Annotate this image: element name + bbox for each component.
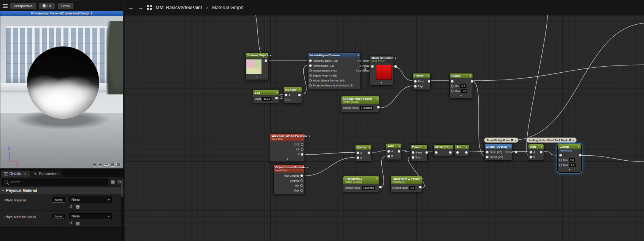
pin-dot[interactable]	[579, 154, 582, 156]
node-break-straight-line[interactable]: BreakStraightLine▾	[484, 137, 519, 143]
collapse-icon[interactable]: ▾	[398, 145, 400, 148]
input-pin[interactable]	[455, 150, 461, 155]
output-pin[interactable]	[262, 58, 268, 63]
output-pin[interactable]: Extents	[289, 178, 304, 183]
pin-value-box[interactable]: 0.0	[569, 158, 575, 162]
node-header[interactable]: Multiply▾	[284, 87, 302, 92]
node-blend-overlay[interactable]: Blend_Overlay▾Base (V3)Blend (V3)Result	[484, 144, 512, 161]
output-pin[interactable]: Max	[293, 188, 304, 193]
input-pin[interactable]: Base	[413, 79, 425, 84]
collapse-icon[interactable]: ▾	[466, 146, 467, 149]
pin-dot[interactable]	[285, 94, 287, 96]
pin-dot[interactable]	[471, 80, 473, 83]
node-header[interactable]: Mask Selection▾Mask Param	[370, 56, 393, 63]
value-box[interactable]: 4.388566	[360, 106, 373, 110]
close-icon[interactable]: ×	[24, 172, 27, 176]
expand-icon[interactable]: ▾	[270, 158, 305, 161]
pin-dot[interactable]	[451, 90, 454, 93]
input-pin[interactable]: Exp	[413, 84, 425, 89]
collapse-icon[interactable]: ▾	[541, 145, 542, 148]
perspective-button[interactable]: Perspective	[10, 3, 36, 9]
node-transform-z-power[interactable]: Transform Z Power▾Param (1.2)Default Val…	[390, 176, 422, 192]
use-selected-asset-icon[interactable]: ↺	[69, 221, 73, 226]
graph-canvas[interactable]: Texture Object▾▾WorldAlignedTexture▾Text…	[124, 15, 644, 241]
input-pin[interactable]: Export Float 4 (SB)	[308, 73, 354, 78]
output-pin[interactable]	[417, 185, 423, 190]
output-pin[interactable]	[377, 185, 383, 190]
output-pin[interactable]: Z	[297, 152, 305, 157]
node-const-512[interactable]: 512▾Value512.0	[253, 90, 279, 103]
lit-button[interactable]: Lit	[39, 3, 55, 9]
node-object-local-bounds[interactable]: Object Local Bounds▾Input DataHalf Exten…	[273, 164, 305, 194]
output-pin[interactable]	[447, 150, 453, 155]
pin-dot[interactable]	[465, 151, 468, 154]
pin-dot[interactable]	[379, 186, 382, 188]
pin-dot[interactable]	[301, 153, 303, 156]
pin-dot[interactable]	[425, 151, 428, 154]
node-texture-object[interactable]: Texture Object▾▾	[245, 53, 269, 80]
node-header[interactable]: Texture Object▾	[246, 53, 268, 57]
collapse-icon[interactable]: ▾	[368, 146, 370, 149]
expand-icon[interactable]: ▾	[450, 94, 473, 98]
pin-dot[interactable]	[309, 69, 312, 72]
browse-asset-icon[interactable]: ▤	[76, 204, 79, 209]
pin-dot[interactable]	[414, 80, 417, 83]
forward-icon[interactable]: →	[138, 4, 143, 11]
pin-dot[interactable]	[428, 80, 430, 83]
input-pin[interactable]: World Space Normal (V3)	[308, 78, 354, 83]
pin-dot[interactable]	[394, 65, 397, 68]
collapse-icon[interactable]: ▾	[509, 145, 511, 148]
pin-dot[interactable]	[456, 151, 459, 154]
pin-dot[interactable]	[300, 184, 303, 187]
input-pin[interactable]: B	[386, 154, 394, 159]
output-pin[interactable]: Half Extents	[283, 173, 304, 178]
pin-dot[interactable]	[298, 94, 301, 96]
collapse-icon[interactable]: ▾	[276, 91, 278, 94]
node-header[interactable]: Blend_Overlay▾	[485, 144, 512, 149]
input-pin[interactable]: Base (V3)	[485, 150, 504, 155]
output-pin[interactable]	[463, 150, 469, 155]
plane-preview-icon[interactable]	[104, 164, 109, 166]
search-input[interactable]	[10, 180, 106, 184]
node-world-aligned-texture[interactable]: WorldAlignedTexture▾TextureObject (T2d)T…	[308, 53, 361, 89]
input-pin[interactable]: Exp	[411, 155, 423, 160]
pin-dot[interactable]	[486, 156, 489, 158]
value-box[interactable]: 1.2	[409, 186, 416, 190]
expand-icon[interactable]: ▾	[558, 168, 581, 172]
show-button[interactable]: Show	[57, 3, 74, 9]
node-header[interactable]: Transform Z Power▾Param (1.2)	[391, 176, 422, 184]
teapot-preview-icon[interactable]	[116, 163, 121, 166]
pin-dot[interactable]	[387, 150, 390, 153]
output-pin[interactable]	[423, 150, 429, 155]
node-one-minus-x[interactable]: 1-x▾	[455, 144, 469, 156]
pin-dot[interactable]	[357, 152, 359, 154]
cylinder-preview-icon[interactable]	[93, 163, 96, 167]
collapse-icon[interactable]: ▾	[578, 145, 579, 148]
pin-dot[interactable]	[285, 99, 287, 101]
node-header[interactable]: Transform Z▾Param (0.8308)	[343, 176, 379, 184]
input-pin[interactable]: B	[284, 97, 292, 102]
pin-value-box[interactable]: 1.0	[461, 89, 467, 93]
input-pin[interactable]: Base	[411, 150, 423, 155]
node-header[interactable]: Object Local Bounds▾Input Data	[274, 165, 304, 172]
tab-parameters[interactable]: ✎ Parameters	[30, 171, 62, 177]
input-pin[interactable]: ProjectionTransitionContrast (S)	[308, 83, 354, 88]
node-header[interactable]: Grunge Mask Power▾Param (4.389)	[341, 96, 379, 104]
expand-icon[interactable]: ▾	[246, 76, 268, 80]
input-pin[interactable]: Max1.0	[558, 163, 577, 168]
node-header[interactable]: 1-x▾	[455, 145, 469, 149]
pin-dot[interactable]	[530, 156, 532, 158]
sphere-preview-icon[interactable]	[98, 163, 102, 167]
node-header[interactable]: Add▾	[528, 144, 544, 149]
node-transform-z[interactable]: Transform Z▾Param (0.8308)Default Value0…	[343, 176, 379, 192]
output-pin[interactable]	[365, 150, 371, 155]
pin-dot[interactable]	[530, 151, 532, 153]
collapse-icon[interactable]: ▾	[309, 135, 310, 138]
input-pin[interactable]	[558, 153, 577, 158]
input-pin[interactable]: TextureObject (T2d)	[308, 58, 354, 63]
back-icon[interactable]: ←	[128, 4, 134, 11]
pin-dot[interactable]	[451, 85, 454, 88]
input-pin[interactable]: WorldPosition (V3)	[308, 68, 354, 73]
value-box[interactable]: 0.830759	[362, 186, 375, 190]
use-selected-asset-icon[interactable]: ↺	[69, 204, 73, 209]
